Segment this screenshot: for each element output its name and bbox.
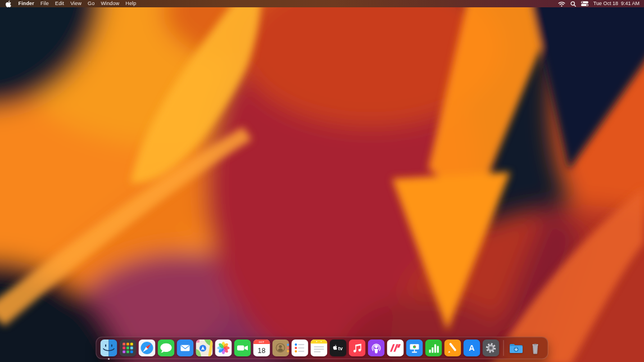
dock-item-safari[interactable] [139,340,156,356]
dock-item-mail[interactable] [177,340,194,356]
menu-bar-status: Tue Oct 18 9:41 AM [558,0,644,7]
mail-icon [177,340,194,356]
contacts-icon [273,340,289,356]
safari-icon [139,340,156,356]
pages-icon [445,340,461,356]
dock-item-podcasts[interactable] [368,340,385,356]
dock-item-calendar[interactable]: OCT 18 [253,340,270,356]
trash-icon [527,340,544,356]
dock-item-pages[interactable] [445,340,461,356]
wallpaper [0,0,644,362]
dock-item-tv[interactable]: tv [330,340,347,356]
maps-icon [196,340,213,356]
dock-item-contacts[interactable] [273,340,289,356]
menu-item-view[interactable]: View [67,0,85,7]
menu-item-go[interactable]: Go [85,0,98,7]
dock-item-system-settings[interactable] [483,340,500,356]
running-indicator [108,358,110,360]
podcasts-icon [368,340,385,356]
dock-item-downloads[interactable] [508,340,525,356]
appletv-label: tv [338,346,343,351]
dock-item-trash[interactable] [527,340,544,356]
dock-item-notes[interactable] [311,340,328,356]
dock: OCT 18 [96,337,548,359]
dock-item-launchpad[interactable] [120,340,137,356]
dock-item-numbers[interactable] [425,340,442,356]
news-icon [387,340,404,356]
wifi-icon[interactable] [558,1,565,7]
launchpad-icon [120,340,137,356]
apple-menu-button[interactable] [6,1,11,7]
dock-item-finder[interactable] [101,340,117,356]
dock-item-maps[interactable] [196,340,213,356]
clock-time: 9:41 AM [621,0,640,7]
dock-item-appstore[interactable]: A [464,340,480,356]
photos-icon [215,340,232,356]
keynote-icon [406,340,423,356]
menu-item-file[interactable]: File [37,0,52,7]
menu-item-window[interactable]: Window [98,0,123,7]
dock-item-photos[interactable] [215,340,232,356]
menu-bar-clock[interactable]: Tue Oct 18 9:41 AM [593,0,640,7]
appletv-icon: tv [330,340,347,356]
appstore-icon: A [464,340,480,356]
notes-icon [311,340,328,356]
numbers-icon [425,340,442,356]
dock-item-reminders[interactable] [292,340,309,356]
menu-item-edit[interactable]: Edit [52,0,67,7]
apple-icon [6,1,11,7]
dock-item-keynote[interactable] [406,340,423,356]
appstore-letter: A [469,343,475,352]
calendar-icon: OCT 18 [253,340,270,356]
menu-item-help[interactable]: Help [123,0,139,7]
downloads-folder-icon [508,340,525,356]
music-icon [349,340,366,356]
reminders-icon [292,340,309,356]
messages-icon [158,340,175,356]
menu-bar-left: Finder File Edit View Go Window Help [0,0,139,7]
control-center-icon[interactable] [581,1,588,6]
calendar-day-label: 18 [258,347,266,355]
spotlight-search-icon[interactable] [570,1,576,7]
dock-item-news[interactable] [387,340,404,356]
menu-bar: Finder File Edit View Go Window Help [0,0,644,7]
clock-date: Tue Oct 18 [593,0,618,7]
desktop[interactable]: Finder File Edit View Go Window Help [0,0,644,362]
calendar-month-label: OCT [258,341,264,343]
dock-item-music[interactable] [349,340,366,356]
dock-divider [504,340,504,356]
dock-item-facetime[interactable] [234,340,251,356]
system-settings-gear-icon [483,340,500,356]
dock-item-messages[interactable] [158,340,175,356]
facetime-icon [234,340,251,356]
menu-item-finder[interactable]: Finder [15,0,37,7]
finder-icon [101,340,117,356]
